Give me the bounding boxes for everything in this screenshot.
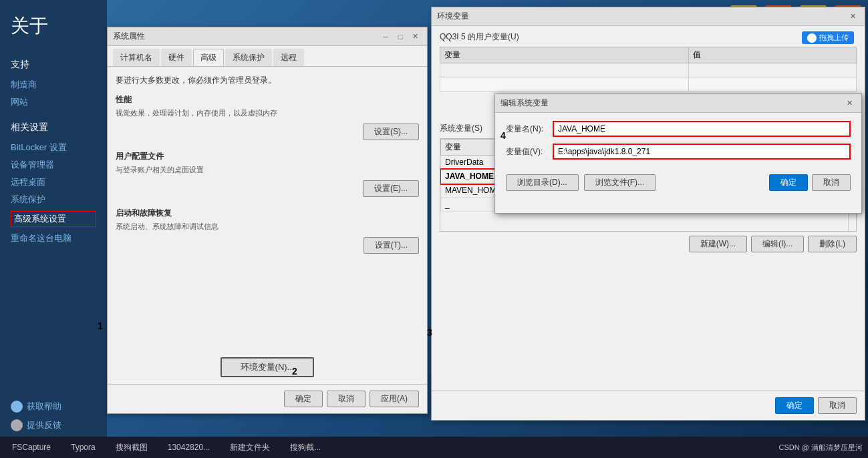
tab-remote[interactable]: 远程 [273,49,304,66]
taskbar-item-13042820[interactable]: 13042820... [161,441,216,453]
sys-delete-button[interactable]: 删除(L) [808,236,857,252]
edit-var-cancel-button[interactable]: 取消 [812,174,851,191]
system-props-content: 要进行大多数更改，你必须作为管理员登录。 性能 视觉效果，处理器计划，内存使用，… [108,67,427,399]
taskbar-item-search[interactable]: 搜狗截... [283,441,327,455]
startup-desc: 系统启动、系统故障和调试信息 [116,222,419,232]
taskbar-item-typora[interactable]: Typora [64,441,102,453]
env-cancel-button[interactable]: 取消 [818,397,857,414]
env-button-area: 环境变量(N)... [108,357,427,377]
edit-var-ok-button[interactable]: 确定 [769,174,808,191]
taskbar-watermark: CSDN @ 满船清梦压星河 [779,443,863,453]
user-env-title: QQ3I 5 的用户变量(U) 拖拽上传 [440,31,857,43]
support-label: 支持 [11,59,96,71]
user-profile-settings-button[interactable]: 设置(E)... [363,180,419,197]
sidebar-item-get-help[interactable]: 获取帮助 [11,401,61,413]
taskbar-item-fscapture[interactable]: FSCapture [5,441,57,453]
performance-settings-button[interactable]: 设置(S)... [363,124,419,140]
var-name-input[interactable] [553,121,851,137]
admin-notice: 要进行大多数更改，你必须作为管理员登录。 [116,75,419,86]
edit-var-left-buttons: 浏览目录(D)... 浏览文件(F)... [506,174,656,191]
feedback-icon [11,419,23,431]
sidebar-item-remote-desktop[interactable]: 远程桌面 [11,176,96,188]
env-window-footer: 确定 取消 [432,391,865,420]
env-title: 环境变量 [437,11,845,22]
var-name-label: 变量名(N): [506,124,553,135]
startup-recovery-section: 启动和故障恢复 系统启动、系统故障和调试信息 设置(T)... [116,208,419,254]
sidebar-item-bitlocker[interactable]: BitLocker 设置 [11,142,96,154]
env-close-button[interactable]: ✕ [846,10,859,23]
user-profile-section: 用户配置文件 与登录账户相关的桌面设置 设置(E)... [116,151,419,197]
user-table-header-val: 值 [688,47,856,63]
performance-title: 性能 [116,94,419,105]
system-properties-window: 系统属性 ─ □ ✕ 计算机名 硬件 高级 系统保护 远程 要进行大多数更改，你… [107,27,428,414]
system-props-title: 系统属性 [113,31,378,42]
sys-env-footer: 新建(W)... 编辑(I)... 删除(L) [440,236,857,252]
browse-file-button[interactable]: 浏览文件(F)... [584,174,656,191]
apply-button[interactable]: 应用(A) [370,391,419,407]
page-title: 关于 [11,13,96,39]
tab-computer-name[interactable]: 计算机名 [113,49,160,66]
edit-var-buttons: 浏览目录(D)... 浏览文件(F)... 确定 取消 [495,174,861,199]
user-table-header-var: 变量 [440,47,689,63]
sys-edit-button[interactable]: 编辑(I)... [751,236,804,252]
sidebar: 关于 支持 制造商 网站 相关设置 BitLocker 设置 设备管理器 远程桌… [0,0,107,458]
taskbar-item-new-folder[interactable]: 新建文件夹 [223,441,277,455]
var-name-row: 变量名(N): [506,121,851,137]
close-button[interactable]: ✕ [408,30,422,43]
ok-button[interactable]: 确定 [284,391,323,407]
edit-var-dialog: 编辑系统变量 ✕ 变量名(N): 变量值(V): 浏览目录(D)... 浏览文件… [494,93,862,214]
csdn-icon [807,33,817,43]
var-value-row: 变量值(V): [506,144,851,160]
edit-var-titlebar: 编辑系统变量 ✕ [495,94,861,113]
taskbar: FSCapture Typora 搜狗截图 13042820... 新建文件夹 … [0,437,868,458]
sidebar-item-feedback[interactable]: 提供反馈 [11,419,61,431]
user-profile-desc: 与登录账户相关的桌面设置 [116,165,419,175]
maximize-button[interactable]: □ [394,30,407,43]
tab-hardware[interactable]: 硬件 [161,49,192,66]
edit-var-content: 变量名(N): 变量值(V): [495,113,861,174]
csdn-upload-badge[interactable]: 拖拽上传 [802,31,854,44]
system-props-tabs: 计算机名 硬件 高级 系统保护 远程 [108,46,427,67]
env-variables-window: 环境变量 ✕ QQ3I 5 的用户变量(U) 拖拽上传 变量 值 [431,7,865,421]
user-env-table: 变量 值 [440,47,857,91]
sys-new-button[interactable]: 新建(W)... [689,236,747,252]
sidebar-item-manufacturer[interactable]: 制造商 [11,79,96,91]
sidebar-item-website[interactable]: 网站 [11,96,96,108]
tab-advanced[interactable]: 高级 [193,49,224,66]
sidebar-item-system-protection[interactable]: 系统保护 [11,194,96,206]
user-profile-title: 用户配置文件 [116,151,419,162]
related-settings-title: 相关设置 [11,122,96,134]
minimize-button[interactable]: ─ [379,30,392,43]
table-row[interactable] [440,77,857,91]
edit-var-ok-cancel: 确定 取消 [769,174,851,191]
startup-settings-button[interactable]: 设置(T)... [364,237,419,254]
sidebar-item-device-manager[interactable]: 设备管理器 [11,159,96,171]
performance-desc: 视觉效果，处理器计划，内存使用，以及虚拟内存 [116,108,419,118]
edit-var-close[interactable]: ✕ [843,97,856,110]
sidebar-item-rename-pc[interactable]: 重命名这台电脑 [11,232,96,244]
env-titlebar: 环境变量 ✕ [432,7,865,26]
taskbar-item-snip[interactable]: 搜狗截图 [109,441,154,455]
env-ok-button[interactable]: 确定 [775,397,814,414]
env-variables-button[interactable]: 环境变量(N)... [221,357,315,377]
performance-section: 性能 视觉效果，处理器计划，内存使用，以及虚拟内存 设置(S)... [116,94,419,140]
startup-title: 启动和故障恢复 [116,208,419,219]
system-props-titlebar: 系统属性 ─ □ ✕ [108,27,427,46]
table-row[interactable] [440,63,857,77]
var-value-label: 变量值(V): [506,146,553,158]
help-icon [11,401,23,413]
system-props-footer: 确定 取消 应用(A) [108,384,427,413]
sidebar-item-advanced-system[interactable]: 高级系统设置 [11,211,96,227]
tab-system-protection[interactable]: 系统保护 [225,49,272,66]
var-value-input[interactable] [553,144,851,160]
edit-var-title: 编辑系统变量 [500,97,841,109]
taskbar-right: CSDN @ 满船清梦压星河 [779,443,863,453]
browse-dir-button[interactable]: 浏览目录(D)... [506,174,579,191]
cancel-button[interactable]: 取消 [327,391,366,407]
